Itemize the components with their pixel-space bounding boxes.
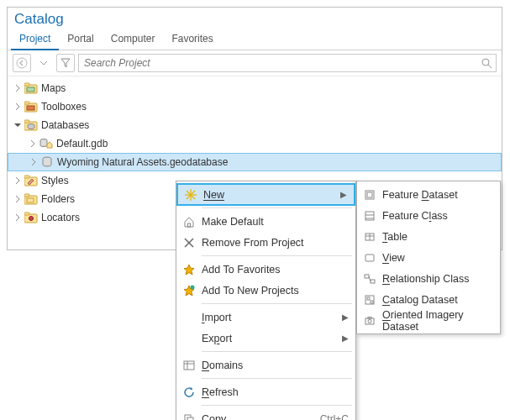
tab-project[interactable]: Project	[11, 29, 59, 50]
search-box[interactable]	[78, 54, 497, 72]
menu-item-remove[interactable]: Remove From Project	[176, 232, 355, 253]
menu-label: Catalog Dataset	[382, 294, 493, 306]
menu-item-import[interactable]: Import ▶	[176, 307, 355, 328]
tree-label: Maps	[41, 82, 66, 94]
separator	[202, 351, 352, 352]
svg-point-29	[191, 285, 195, 289]
svg-line-46	[369, 276, 371, 281]
separator	[202, 303, 352, 304]
svg-rect-4	[24, 83, 29, 86]
menu-item-refresh[interactable]: Refresh	[176, 381, 355, 402]
tab-favorites[interactable]: Favorites	[163, 29, 221, 50]
menu-label: Table	[382, 231, 493, 243]
separator	[202, 207, 352, 208]
menu-item-catalog-dataset[interactable]: Catalog Dataset	[357, 289, 500, 310]
menu-label: Export	[202, 333, 337, 344]
svg-rect-30	[184, 361, 194, 370]
menu-item-oriented-imagery[interactable]: Oriented Imagery Dataset	[357, 310, 500, 331]
tab-portal[interactable]: Portal	[59, 29, 102, 50]
back-button[interactable]	[13, 54, 31, 72]
panel-title: Catalog	[8, 8, 502, 29]
menu-label: Feature Dataset	[382, 189, 493, 201]
filter-button[interactable]	[56, 54, 75, 72]
separator	[202, 255, 352, 256]
menu-label: Feature Class	[382, 210, 493, 222]
remove-icon	[180, 235, 198, 250]
catalog-dataset-icon	[360, 292, 379, 307]
svg-rect-8	[27, 106, 34, 110]
expand-icon[interactable]	[29, 157, 39, 167]
styles-folder-icon	[24, 174, 38, 187]
tab-computer[interactable]: Computer	[103, 29, 164, 50]
folders-icon	[24, 192, 38, 206]
menu-item-relationship-class[interactable]: Relationship Class	[357, 268, 500, 289]
svg-rect-5	[27, 87, 34, 92]
menu-label: Add To Favorites	[202, 264, 349, 276]
svg-rect-15	[24, 176, 29, 178]
menu-item-make-default[interactable]: Make Default	[176, 211, 355, 232]
back-arrow-icon	[16, 57, 28, 69]
expand-icon[interactable]	[13, 213, 23, 223]
menu-label: Domains	[202, 360, 349, 371]
menu-item-feature-class[interactable]: Feature Class	[357, 205, 500, 226]
menu-label: Relationship Class	[382, 273, 493, 285]
svg-rect-18	[27, 198, 34, 202]
search-icon	[481, 58, 492, 69]
tree-item-wyoming-gdb[interactable]: Wyoming Natural Assets.geodatabase	[8, 153, 502, 171]
search-input[interactable]	[82, 56, 481, 70]
menu-item-export[interactable]: Export ▶	[176, 328, 355, 349]
menu-item-new[interactable]: New ▶	[176, 183, 355, 206]
tree-label: Toolboxes	[41, 101, 87, 113]
tree-label: Databases	[41, 119, 89, 131]
svg-rect-43	[365, 255, 374, 261]
tree-item-maps[interactable]: Maps	[8, 79, 502, 97]
expand-icon[interactable]	[13, 176, 23, 186]
new-icon	[181, 187, 200, 202]
svg-rect-26	[188, 223, 191, 227]
tree-item-databases[interactable]: Databases	[8, 116, 502, 134]
menu-item-view[interactable]: View	[357, 247, 500, 268]
tree-item-toolboxes[interactable]: Toolboxes	[8, 97, 502, 116]
separator	[202, 405, 352, 406]
menu-item-table[interactable]: Table	[357, 226, 500, 247]
tab-bar: Project Portal Computer Favorites	[8, 29, 502, 50]
menu-label: Refresh	[202, 386, 349, 398]
oriented-imagery-icon	[360, 313, 379, 328]
tree-label: Folders	[41, 193, 75, 205]
menu-label: Remove From Project	[202, 237, 349, 249]
svg-rect-45	[371, 280, 375, 283]
toolbar	[8, 50, 502, 76]
tree-item-default-gdb[interactable]: Default.gdb	[8, 134, 502, 153]
menu-label: Make Default	[202, 216, 349, 228]
submenu-arrow-icon: ▶	[340, 190, 347, 199]
copy-icon	[180, 412, 198, 421]
menu-item-feature-dataset[interactable]: Feature Dataset	[357, 184, 500, 205]
menu-label: Import	[202, 312, 337, 323]
svg-rect-17	[24, 194, 29, 197]
menu-item-add-favorites[interactable]: Add To Favorites	[176, 259, 355, 280]
collapse-icon[interactable]	[13, 120, 23, 130]
expand-icon[interactable]	[13, 83, 23, 93]
context-menu: New ▶ Make Default Remove From Project A…	[176, 181, 356, 420]
separator	[202, 378, 352, 379]
menu-item-domains[interactable]: Domains	[176, 354, 355, 375]
svg-point-1	[482, 59, 489, 66]
expand-icon[interactable]	[13, 194, 23, 204]
feature-dataset-icon	[360, 187, 379, 202]
blank-icon	[180, 310, 198, 325]
blank-icon	[180, 331, 198, 346]
menu-item-copy[interactable]: Copy Ctrl+C	[176, 408, 355, 420]
svg-rect-7	[24, 102, 29, 104]
menu-shortcut: Ctrl+C	[320, 413, 349, 421]
submenu-arrow-icon: ▶	[342, 312, 349, 322]
svg-point-21	[29, 217, 34, 221]
table-icon	[360, 229, 379, 244]
menu-item-add-new-projects[interactable]: Add To New Projects	[176, 280, 355, 301]
svg-rect-10	[24, 120, 29, 123]
expand-icon[interactable]	[28, 139, 38, 149]
submenu-arrow-icon: ▶	[342, 333, 349, 343]
tree-label: Wyoming Natural Assets.geodatabase	[57, 156, 228, 168]
back-dropdown[interactable]	[34, 54, 53, 72]
expand-icon[interactable]	[13, 102, 23, 112]
svg-point-51	[368, 319, 371, 323]
